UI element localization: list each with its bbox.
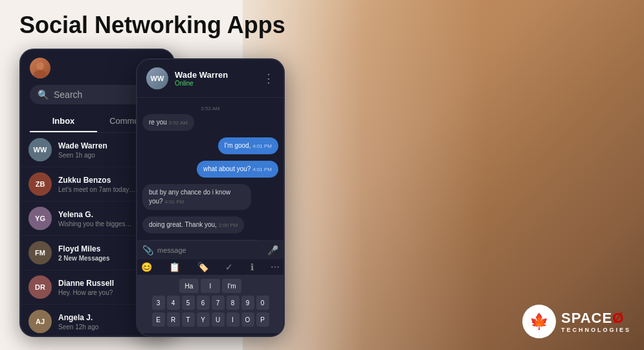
key-o[interactable]: O xyxy=(241,312,254,327)
info-icon[interactable]: ℹ xyxy=(250,262,254,272)
keyboard-row-suggestions: Ha I I'm xyxy=(140,279,281,293)
chat-header-info: Wade Warren Online xyxy=(175,70,256,87)
chat-preview: 2 New Messages xyxy=(58,255,132,262)
chat-avatar: AJ xyxy=(28,310,52,333)
msg-received-1: re you 3:52 AM xyxy=(142,114,278,135)
chat-preview: Let's meet on 7am today and... xyxy=(58,186,136,193)
chat-name: Dianne Russell xyxy=(58,279,132,288)
key-5[interactable]: 5 xyxy=(182,296,195,310)
key-6[interactable]: 6 xyxy=(197,296,210,310)
chat-avatar: WW xyxy=(28,138,52,161)
chat-info: Angela J.Seen 12h ago xyxy=(58,313,131,331)
more-toolbar-icon[interactable]: ⋯ xyxy=(271,262,280,272)
logo-circle: 🍁 xyxy=(522,305,556,338)
page-title: Social Networking Apps xyxy=(19,12,285,39)
bubble-sent-1: I'm good, 4:01 PM xyxy=(218,137,278,154)
chat-avatar: YG xyxy=(28,207,52,230)
chat-preview: Seen 1h ago xyxy=(58,152,132,159)
chat-name: Floyd Miles xyxy=(58,244,132,253)
key-y[interactable]: Y xyxy=(197,312,210,327)
background-photo xyxy=(243,0,644,350)
key-r[interactable]: R xyxy=(167,312,180,327)
bubble-received-4: is searching for a colleague in I came a… xyxy=(142,240,265,240)
msg-sent-2: what about you? 4:01 PM xyxy=(142,161,278,181)
keyboard-row-numbers: 3 4 5 6 7 8 9 0 xyxy=(140,296,281,310)
svg-point-0 xyxy=(36,62,44,70)
chat-preview: Wishing you the biggest slic... xyxy=(58,220,132,228)
key-p[interactable]: P xyxy=(256,312,269,327)
msg-received-3: doing great. Thank you, 2:00 PM xyxy=(142,216,278,237)
key-ii[interactable]: I xyxy=(227,312,239,327)
input-mic-icon[interactable]: 🎤 xyxy=(267,245,278,255)
svg-point-1 xyxy=(34,70,47,78)
bubble-received-1: re you 3:52 AM xyxy=(142,114,194,131)
chat-name: Wade Warren xyxy=(58,141,132,150)
phone2-chat: WW Wade Warren Online ⋮ 3:52 AM re you 3… xyxy=(136,58,285,337)
sticker-icon[interactable]: 🏷️ xyxy=(197,262,208,272)
bubble-received-2: but by any chance do i know you? 4:01 PM xyxy=(142,184,251,210)
keyboard-toolbar: 😊 📋 🏷️ ✓ ℹ ⋯ xyxy=(137,259,283,275)
bubble-received-3: doing great. Thank you, 2:00 PM xyxy=(142,216,244,233)
key-e[interactable]: E xyxy=(152,312,165,327)
search-icon: 🔍 xyxy=(38,89,49,100)
logo-brand: SPACEØ xyxy=(561,310,631,327)
tab-inbox[interactable]: Inbox xyxy=(30,111,97,132)
key-im[interactable]: I'm xyxy=(222,279,241,293)
chat-name: Yelena G. xyxy=(58,210,132,219)
msg-received-4: is searching for a colleague in I came a… xyxy=(142,240,278,240)
chat-avatar: FM xyxy=(28,241,52,264)
chat-info: Yelena G.Wishing you the biggest slic... xyxy=(58,210,132,228)
key-t[interactable]: T xyxy=(182,312,195,327)
msg-sent-1: I'm good, 4:01 PM xyxy=(142,137,278,158)
logo-tagline: TECHNOLOGIES xyxy=(561,327,631,333)
messages-area: 3:52 AM re you 3:52 AM I'm good, 4:01 PM… xyxy=(137,98,283,240)
chat-avatar: DR xyxy=(28,275,52,299)
key-4[interactable]: 4 xyxy=(167,296,180,310)
key-u[interactable]: U xyxy=(212,312,225,327)
key-ha[interactable]: Ha xyxy=(179,279,199,293)
search-placeholder: Search xyxy=(54,89,140,100)
user-avatar[interactable] xyxy=(30,58,50,78)
key-i[interactable]: I xyxy=(201,279,220,293)
key-8[interactable]: 8 xyxy=(227,296,239,310)
message-input-area: 📎 message 🎤 xyxy=(137,240,283,259)
timestamp: 3:52 AM xyxy=(142,106,278,111)
attach-icon[interactable]: 📎 xyxy=(142,245,153,255)
emoji-icon[interactable]: 😊 xyxy=(141,262,152,272)
chat-header: WW Wade Warren Online ⋮ xyxy=(137,60,283,98)
msg-received-2: but by any chance do i know you? 4:01 PM xyxy=(142,184,278,214)
key-0[interactable]: 0 xyxy=(256,296,269,310)
keyboard-row-letters: E R T Y U I O P xyxy=(140,312,281,327)
logo-area: 🍁 SPACEØ TECHNOLOGIES xyxy=(522,305,631,338)
maple-leaf-icon: 🍁 xyxy=(529,312,549,331)
key-3[interactable]: 3 xyxy=(152,296,165,310)
logo-text: SPACEØ TECHNOLOGIES xyxy=(561,310,631,333)
chat-name: Angela J. xyxy=(58,313,131,322)
chat-avatar: ZB xyxy=(28,172,52,196)
chat-info: Wade WarrenSeen 1h ago xyxy=(58,141,132,159)
keyboard-area: Ha I I'm 3 4 5 6 7 8 9 0 E R T Y U I O P xyxy=(137,275,283,333)
chat-preview: Seen 12h ago xyxy=(58,323,131,331)
bubble-sent-2: what about you? 4:01 PM xyxy=(197,161,278,178)
chat-info: Dianne RussellHey. How are you? xyxy=(58,279,132,296)
message-input[interactable]: message xyxy=(157,246,263,254)
key-7[interactable]: 7 xyxy=(212,296,225,310)
chat-contact-status: Online xyxy=(175,80,256,87)
chat-info: Zukku BenzosLet's meet on 7am today and.… xyxy=(58,176,136,193)
chat-contact-avatar: WW xyxy=(146,67,168,89)
chat-contact-name: Wade Warren xyxy=(175,70,256,80)
key-9[interactable]: 9 xyxy=(241,296,254,310)
clipboard-icon[interactable]: 📋 xyxy=(169,262,180,272)
logo-zero: Ø xyxy=(612,310,624,326)
chat-preview: Hey. How are you? xyxy=(58,289,132,296)
chat-info: Floyd Miles2 New Messages xyxy=(58,244,132,262)
checkmark-icon[interactable]: ✓ xyxy=(225,262,233,272)
chat-name: Zukku Benzos xyxy=(58,176,136,185)
more-options-icon[interactable]: ⋮ xyxy=(263,71,274,86)
